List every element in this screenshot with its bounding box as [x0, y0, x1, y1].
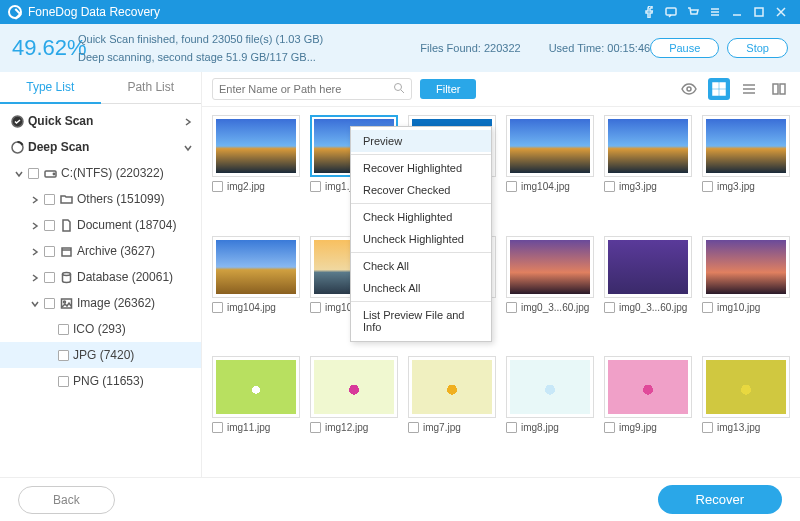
thumbnail-image[interactable]	[604, 356, 692, 418]
tree-deep-scan[interactable]: Deep Scan	[0, 134, 201, 160]
svg-rect-6	[62, 248, 71, 256]
tree-document[interactable]: Document (18704)	[0, 212, 201, 238]
thumbnail-checkbox[interactable]	[702, 181, 713, 192]
thumbnail-item[interactable]: img3.jpg	[604, 115, 692, 228]
list-view-button[interactable]	[738, 78, 760, 100]
menu-check-all[interactable]: Check All	[351, 255, 491, 277]
menu-check-highlighted[interactable]: Check Highlighted	[351, 206, 491, 228]
grid-view-button[interactable]	[708, 78, 730, 100]
menu-uncheck-highlighted[interactable]: Uncheck Highlighted	[351, 228, 491, 250]
thumbnail-item[interactable]: img0_3...60.jpg	[506, 236, 594, 349]
thumbnail-checkbox[interactable]	[506, 181, 517, 192]
checkbox[interactable]	[28, 168, 39, 179]
tree-drive[interactable]: C:(NTFS) (220322)	[0, 160, 201, 186]
thumbnail-item[interactable]: img13.jpg	[702, 356, 790, 469]
thumbnail-image[interactable]	[310, 356, 398, 418]
facebook-icon[interactable]	[638, 1, 660, 23]
menu-recover-checked[interactable]: Recover Checked	[351, 179, 491, 201]
tree-quick-scan[interactable]: Quick Scan	[0, 108, 201, 134]
pause-button[interactable]: Pause	[650, 38, 719, 58]
thumbnail-item[interactable]: img104.jpg	[506, 115, 594, 228]
thumbnail-checkbox[interactable]	[506, 302, 517, 313]
thumbnail-checkbox[interactable]	[702, 302, 713, 313]
thumbnail-checkbox[interactable]	[212, 302, 223, 313]
back-button[interactable]: Back	[18, 486, 115, 514]
thumbnail-checkbox[interactable]	[604, 302, 615, 313]
search-icon	[393, 82, 405, 96]
checkbox[interactable]	[58, 324, 69, 335]
checkbox[interactable]	[58, 350, 69, 361]
thumbnail-image[interactable]	[702, 115, 790, 177]
thumbnail-image[interactable]	[702, 356, 790, 418]
thumbnail-image[interactable]	[506, 356, 594, 418]
thumbnail-item[interactable]: img10.jpg	[702, 236, 790, 349]
svg-point-7	[62, 272, 70, 275]
menu-recover-highlighted[interactable]: Recover Highlighted	[351, 157, 491, 179]
thumbnail-item[interactable]: img3.jpg	[702, 115, 790, 228]
preview-eye-button[interactable]	[678, 78, 700, 100]
search-box[interactable]	[212, 78, 412, 100]
thumbnail-checkbox[interactable]	[212, 422, 223, 433]
minimize-icon[interactable]	[726, 1, 748, 23]
thumbnail-image[interactable]	[506, 115, 594, 177]
thumbnail-item[interactable]: img9.jpg	[604, 356, 692, 469]
thumbnail-image[interactable]	[604, 115, 692, 177]
menu-list-info[interactable]: List Preview File and Info	[351, 304, 491, 338]
thumbnail-item[interactable]: img12.jpg	[310, 356, 398, 469]
checkbox[interactable]	[58, 376, 69, 387]
checkbox[interactable]	[44, 298, 55, 309]
thumbnail-image[interactable]	[604, 236, 692, 298]
thumbnail-item[interactable]: img8.jpg	[506, 356, 594, 469]
thumbnail-item[interactable]: img104.jpg	[212, 236, 300, 349]
tab-path-list[interactable]: Path List	[101, 72, 202, 104]
tab-type-list[interactable]: Type List	[0, 72, 101, 104]
scan-percent: 49.62%	[12, 35, 74, 61]
tree-png[interactable]: PNG (11653)	[0, 368, 201, 394]
thumbnail-checkbox[interactable]	[310, 181, 321, 192]
tree-database[interactable]: Database (20061)	[0, 264, 201, 290]
maximize-icon[interactable]	[748, 1, 770, 23]
checkbox[interactable]	[44, 246, 55, 257]
main-panel: Filter img2.jpgimg1.jpgimg104.jpgimg3.jp…	[202, 72, 800, 477]
thumbnail-image[interactable]	[212, 356, 300, 418]
filter-button[interactable]: Filter	[420, 79, 476, 99]
detail-view-button[interactable]	[768, 78, 790, 100]
thumbnail-checkbox[interactable]	[604, 422, 615, 433]
tree-image[interactable]: Image (26362)	[0, 290, 201, 316]
chevron-right-icon	[183, 116, 193, 126]
tree-archive[interactable]: Archive (3627)	[0, 238, 201, 264]
recover-button[interactable]: Recover	[658, 485, 782, 514]
thumbnail-checkbox[interactable]	[310, 302, 321, 313]
feedback-icon[interactable]	[660, 1, 682, 23]
tree-others[interactable]: Others (151099)	[0, 186, 201, 212]
thumbnail-checkbox[interactable]	[310, 422, 321, 433]
thumbnail-checkbox[interactable]	[604, 181, 615, 192]
thumbnail-item[interactable]: img0_3...60.jpg	[604, 236, 692, 349]
close-icon[interactable]	[770, 1, 792, 23]
menu-uncheck-all[interactable]: Uncheck All	[351, 277, 491, 299]
thumbnail-item[interactable]: img2.jpg	[212, 115, 300, 228]
thumbnail-image[interactable]	[408, 356, 496, 418]
stop-button[interactable]: Stop	[727, 38, 788, 58]
folder-icon	[59, 192, 73, 206]
thumbnail-checkbox[interactable]	[408, 422, 419, 433]
tree-jpg[interactable]: JPG (7420)	[0, 342, 201, 368]
checkbox[interactable]	[44, 194, 55, 205]
thumbnail-checkbox[interactable]	[702, 422, 713, 433]
checkbox[interactable]	[44, 272, 55, 283]
thumbnail-image[interactable]	[212, 115, 300, 177]
menu-preview[interactable]: Preview	[351, 130, 491, 152]
thumbnail-image[interactable]	[506, 236, 594, 298]
thumbnail-image[interactable]	[702, 236, 790, 298]
thumbnail-filename: img0_3...60.jpg	[619, 302, 692, 313]
thumbnail-image[interactable]	[212, 236, 300, 298]
thumbnail-item[interactable]: img11.jpg	[212, 356, 300, 469]
checkbox[interactable]	[44, 220, 55, 231]
tree-ico[interactable]: ICO (293)	[0, 316, 201, 342]
menu-icon[interactable]	[704, 1, 726, 23]
search-input[interactable]	[219, 83, 393, 95]
thumbnail-checkbox[interactable]	[506, 422, 517, 433]
thumbnail-checkbox[interactable]	[212, 181, 223, 192]
thumbnail-item[interactable]: img7.jpg	[408, 356, 496, 469]
cart-icon[interactable]	[682, 1, 704, 23]
